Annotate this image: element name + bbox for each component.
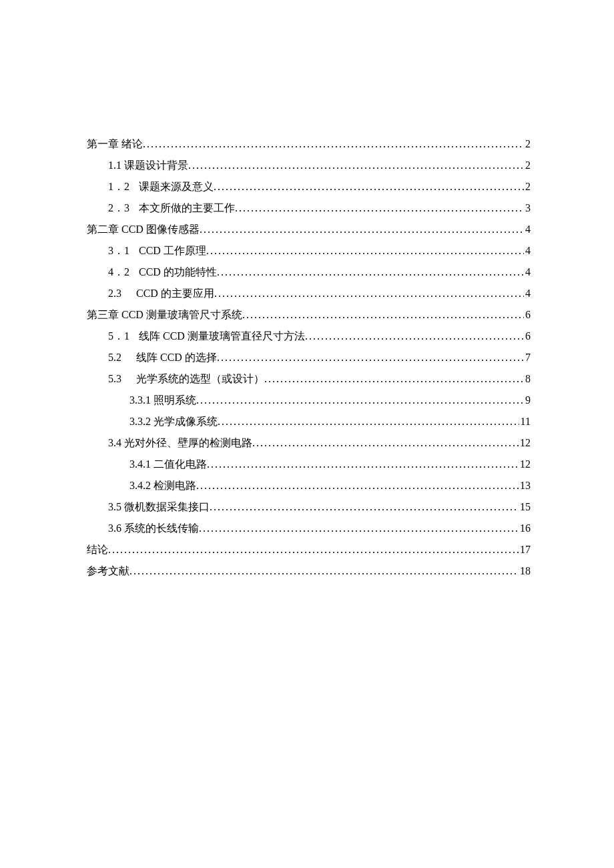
toc-section-number: 5．1 [108,326,139,347]
toc-entry: 3.4.2 检测电路13 [87,475,531,496]
toc-label: 2.3CCD 的主要应用 [108,283,214,304]
toc-label: 第一章 绪论 [87,133,143,155]
toc-leader-dots [199,518,519,539]
toc-leader-dots [196,390,524,411]
toc-section-number: 3．1 [108,240,139,262]
toc-label: 2．3本文所做的主要工作 [108,197,235,219]
toc-section-title: 线阵 CCD 的选择 [136,352,217,363]
toc-entry: 4．2CCD 的功能特性4 [87,262,531,283]
toc-entry: 第三章 CCD 测量玻璃管尺寸系统6 [87,304,531,326]
toc-section-number: 2．3 [108,197,139,219]
toc-page-number: 13 [519,475,531,496]
toc-entry: 5.2线阵 CCD 的选择7 [87,347,531,368]
toc-page-number: 18 [519,560,531,582]
toc-label: 参考文献 [87,560,129,582]
toc-label: 第三章 CCD 测量玻璃管尺寸系统 [87,304,242,326]
toc-label: 第二章 CCD 图像传感器 [87,219,200,240]
toc-section-number: 2.3 [108,283,136,304]
toc-page-number: 2 [524,133,531,155]
table-of-contents: 第一章 绪论21.1 课题设计背景21．2课题来源及意义22．3本文所做的主要工… [87,133,531,582]
toc-entry: 第二章 CCD 图像传感器4 [87,219,531,240]
toc-leader-dots [305,326,524,347]
toc-leader-dots [218,411,519,432]
toc-page-number: 8 [524,368,531,390]
toc-leader-dots [200,219,524,240]
toc-entry: 3.3.2 光学成像系统11 [87,411,531,432]
toc-leader-dots [207,454,519,475]
toc-leader-dots [129,560,519,582]
toc-label: 3.4 光对外径、壁厚的检测电路 [108,432,252,454]
toc-entry: 5.3光学系统的选型（或设计）8 [87,368,531,390]
toc-entry: 3.6 系统的长线传输16 [87,518,531,539]
toc-page-number: 15 [519,496,531,518]
toc-section-number: 1．2 [108,176,139,197]
toc-label: 3.4.1 二值化电路 [129,454,207,475]
toc-entry: 1．2课题来源及意义2 [87,176,531,197]
toc-entry: 结论17 [87,539,531,560]
toc-label: 4．2CCD 的功能特性 [108,262,217,283]
toc-label: 5.2线阵 CCD 的选择 [108,347,217,368]
toc-page-number: 4 [524,262,531,283]
toc-page-number: 17 [519,539,531,560]
toc-leader-dots [206,240,524,262]
toc-section-number: 5.2 [108,347,136,368]
toc-page-number: 9 [524,390,531,411]
toc-page-number: 4 [524,219,531,240]
toc-entry: 1.1 课题设计背景2 [87,155,531,176]
toc-section-title: CCD 的主要应用 [136,288,214,299]
toc-entry: 3.4.1 二值化电路12 [87,454,531,475]
toc-label: 3.3.2 光学成像系统 [129,411,218,432]
toc-leader-dots [143,133,524,155]
toc-leader-dots [235,197,524,219]
toc-section-title: 课题来源及意义 [139,181,214,192]
toc-page-number: 7 [524,347,531,368]
toc-page-number: 2 [524,155,531,176]
toc-section-title: CCD 工作原理 [139,245,206,256]
toc-label: 3.4.2 检测电路 [129,475,196,496]
toc-page-number: 4 [524,283,531,304]
toc-leader-dots [252,432,519,454]
toc-leader-dots [214,283,524,304]
toc-label: 1.1 课题设计背景 [108,155,188,176]
toc-entry: 参考文献18 [87,560,531,582]
toc-label: 3.3.1 照明系统 [129,390,196,411]
toc-page-number: 6 [524,304,531,326]
toc-section-title: 本文所做的主要工作 [139,202,235,213]
toc-page-number: 16 [519,518,531,539]
toc-page-number: 6 [524,326,531,347]
toc-page-number: 3 [524,197,531,219]
toc-leader-dots [108,539,519,560]
toc-label: 5．1线阵 CCD 测量玻璃管直径尺寸方法 [108,326,305,347]
toc-leader-dots [196,475,519,496]
toc-entry: 2.3CCD 的主要应用4 [87,283,531,304]
toc-leader-dots [214,176,524,197]
toc-leader-dots [217,347,524,368]
toc-label: 3.5 微机数据采集接口 [108,496,210,518]
toc-section-number: 5.3 [108,368,136,390]
toc-label: 5.3光学系统的选型（或设计） [108,368,264,390]
toc-leader-dots [242,304,524,326]
toc-label: 3.6 系统的长线传输 [108,518,199,539]
toc-entry: 3.5 微机数据采集接口15 [87,496,531,518]
toc-entry: 3.4 光对外径、壁厚的检测电路12 [87,432,531,454]
toc-page-number: 2 [524,176,531,197]
toc-label: 结论 [87,539,108,560]
toc-page-number: 4 [524,240,531,262]
toc-leader-dots [210,496,519,518]
toc-leader-dots [188,155,524,176]
toc-entry: 3．1CCD 工作原理4 [87,240,531,262]
toc-section-title: 线阵 CCD 测量玻璃管直径尺寸方法 [139,330,305,342]
toc-entry: 5．1线阵 CCD 测量玻璃管直径尺寸方法6 [87,326,531,347]
toc-section-title: CCD 的功能特性 [139,266,217,278]
toc-page-number: 12 [519,454,531,475]
toc-entry: 第一章 绪论2 [87,133,531,155]
toc-page-number: 11 [519,411,531,432]
toc-label: 3．1CCD 工作原理 [108,240,206,262]
toc-page-number: 12 [519,432,531,454]
toc-entry: 3.3.1 照明系统9 [87,390,531,411]
toc-page: 第一章 绪论21.1 课题设计背景21．2课题来源及意义22．3本文所做的主要工… [0,0,614,582]
toc-label: 1．2课题来源及意义 [108,176,214,197]
toc-section-number: 4．2 [108,262,139,283]
toc-leader-dots [264,368,524,390]
toc-section-title: 光学系统的选型（或设计） [136,373,264,384]
